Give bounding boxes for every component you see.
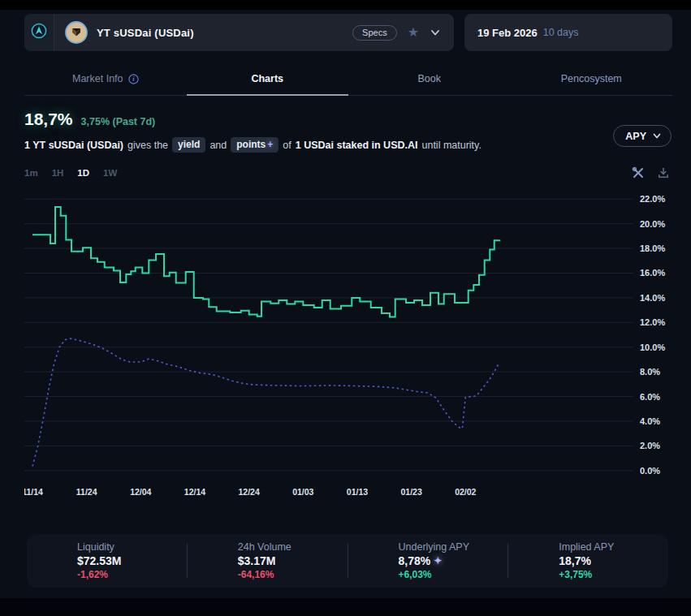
info-icon: i (128, 74, 139, 84)
tab-book[interactable]: Book (348, 65, 511, 95)
apy-7d-change: 3,75% (Past 7d) (81, 116, 156, 127)
main-tabs: Market Info i Charts Book Pencosystem (24, 65, 672, 96)
svg-text:2.0%: 2.0% (640, 441, 660, 450)
svg-text:6.0%: 6.0% (640, 392, 660, 402)
specs-button[interactable]: Specs (352, 25, 397, 41)
stat-underlying-apy: Underlying APY 8,78%✦ +6,03% (348, 541, 508, 580)
svg-text:12.0%: 12.0% (640, 317, 665, 327)
network-icon (30, 22, 48, 43)
svg-text:18.0%: 18.0% (640, 243, 665, 253)
maturity-panel[interactable]: 19 Feb 2026 10 days (464, 14, 672, 51)
svg-text:0.0%: 0.0% (640, 466, 660, 476)
svg-text:12/14: 12/14 (184, 487, 205, 497)
svg-text:11/24: 11/24 (76, 487, 97, 497)
svg-text:10.0%: 10.0% (640, 342, 665, 352)
tab-pencosystem[interactable]: Pencosystem (511, 65, 673, 95)
stat-implied-apy: Implied APY 18,7% +3,75% (508, 541, 668, 580)
svg-text:11/14: 11/14 (24, 487, 43, 497)
svg-text:22.0%: 22.0% (640, 194, 665, 204)
plus-sparkle-icon: + (267, 139, 273, 150)
time-range-selector: 1m 1H 1D 1W (24, 168, 117, 178)
svg-text:12/04: 12/04 (130, 487, 151, 497)
download-chart-icon[interactable] (657, 166, 670, 179)
window-bottom-edge (0, 598, 691, 616)
yield-badge: yield (172, 137, 205, 153)
range-1d[interactable]: 1D (77, 168, 89, 178)
svg-text:01/03: 01/03 (292, 487, 313, 497)
days-to-maturity: 10 days (543, 27, 579, 38)
maturity-date: 19 Feb 2026 (477, 27, 538, 39)
chevron-down-icon[interactable] (430, 28, 441, 37)
chart-tools-icon[interactable] (632, 166, 645, 179)
stat-24h-volume: 24h Volume $3.17M -64,16% (188, 541, 348, 580)
market-header: YT sUSDai (USDai) Specs ★ 19 Feb 2026 10… (24, 14, 672, 51)
apy-chart[interactable]: 0.0%2.0%4.0%6.0%8.0%10.0%12.0%14.0%16.0%… (24, 187, 674, 499)
network-switcher-button[interactable] (24, 14, 54, 51)
favorite-star-icon[interactable]: ★ (408, 26, 419, 39)
sparkle-icon: ✦ (434, 555, 442, 566)
svg-text:i: i (132, 75, 135, 83)
chevron-down-icon (652, 131, 662, 140)
stat-liquidity: Liquidity $72.53M -1,62% (27, 541, 187, 580)
chart-metric-dropdown[interactable]: APY (613, 125, 672, 147)
market-stats-card: Liquidity $72.53M -1,62% 24h Volume $3.1… (27, 534, 668, 588)
token-selector-panel[interactable]: YT sUSDai (USDai) Specs ★ (24, 14, 454, 51)
implied-apy-value: 18,7% (24, 110, 73, 129)
token-avatar (65, 21, 88, 44)
window-top-edge (0, 0, 691, 10)
points-badge: points+ (231, 137, 279, 153)
svg-text:16.0%: 16.0% (640, 268, 665, 278)
yt-description: 1 YT sUSDai (USDai) gives the yield and … (24, 137, 672, 153)
range-1w[interactable]: 1W (103, 168, 117, 178)
apy-summary: 18,7% 3,75% (Past 7d) 1 YT sUSDai (USDai… (24, 110, 672, 153)
svg-text:12/24: 12/24 (239, 487, 260, 497)
tab-charts[interactable]: Charts (187, 65, 349, 95)
tab-market-info[interactable]: Market Info i (24, 65, 187, 95)
token-title: YT sUSDai (USDai) (97, 27, 194, 39)
market-page: YT sUSDai (USDai) Specs ★ 19 Feb 2026 10… (0, 14, 691, 588)
svg-text:01/23: 01/23 (401, 487, 422, 497)
range-1m[interactable]: 1m (24, 168, 38, 178)
svg-text:01/13: 01/13 (347, 487, 368, 497)
range-1h[interactable]: 1H (52, 168, 64, 178)
svg-text:14.0%: 14.0% (640, 293, 665, 303)
svg-text:4.0%: 4.0% (640, 416, 660, 426)
svg-text:20.0%: 20.0% (640, 219, 665, 229)
svg-text:8.0%: 8.0% (640, 367, 660, 377)
svg-text:02/02: 02/02 (455, 487, 476, 497)
chart-toolbar: 1m 1H 1D 1W (24, 166, 672, 179)
